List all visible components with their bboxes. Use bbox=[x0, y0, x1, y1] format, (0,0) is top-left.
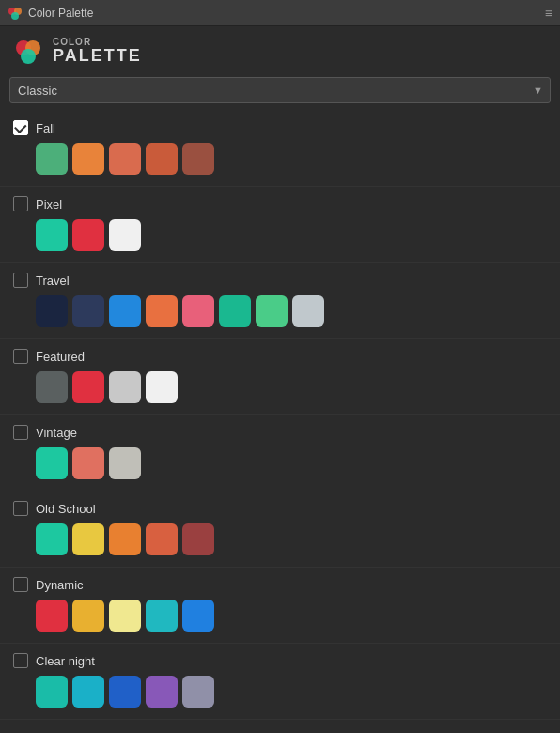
swatch-2-6[interactable] bbox=[256, 295, 288, 327]
palette-checkbox-7[interactable] bbox=[13, 653, 28, 668]
palette-item: Travel bbox=[0, 263, 560, 339]
dropdown-wrapper[interactable]: ClassicModernPastelDark ▼ bbox=[9, 77, 551, 103]
swatch-0-4[interactable] bbox=[182, 143, 214, 175]
palette-item: Vintage bbox=[0, 415, 560, 491]
palette-item-header: Featured bbox=[13, 349, 547, 364]
swatch-1-1[interactable] bbox=[72, 219, 104, 251]
palette-item-header: Dynamic bbox=[13, 577, 547, 592]
swatch-7-2[interactable] bbox=[109, 676, 141, 708]
swatch-1-0[interactable] bbox=[36, 219, 68, 251]
palette-type-select[interactable]: ClassicModernPastelDark bbox=[9, 77, 551, 103]
palette-checkbox-6[interactable] bbox=[13, 577, 28, 592]
swatch-6-3[interactable] bbox=[146, 600, 178, 632]
swatch-6-2[interactable] bbox=[109, 600, 141, 632]
swatch-3-0[interactable] bbox=[36, 371, 68, 403]
palette-item-header: Travel bbox=[13, 273, 547, 288]
app-title-block: COLOR PALETTE bbox=[53, 38, 142, 64]
palette-name-5: Old School bbox=[36, 502, 96, 516]
palette-name-6: Dynamic bbox=[36, 578, 84, 592]
swatch-0-3[interactable] bbox=[146, 143, 178, 175]
app-logo bbox=[13, 36, 43, 66]
color-swatches-3 bbox=[13, 371, 547, 403]
palette-name-4: Vintage bbox=[36, 426, 77, 440]
color-swatches-2 bbox=[13, 295, 547, 327]
palette-name-7: Clear night bbox=[36, 654, 95, 668]
dropdown-row: ClassicModernPastelDark ▼ bbox=[0, 73, 560, 111]
swatch-5-4[interactable] bbox=[182, 523, 214, 555]
color-swatches-4 bbox=[13, 447, 547, 479]
svg-point-2 bbox=[11, 12, 19, 20]
swatch-0-0[interactable] bbox=[36, 143, 68, 175]
palette-checkbox-4[interactable] bbox=[13, 425, 28, 440]
palette-name-3: Featured bbox=[36, 350, 85, 364]
swatch-3-3[interactable] bbox=[146, 371, 178, 403]
swatch-6-0[interactable] bbox=[36, 600, 68, 632]
title-bar-controls[interactable]: ≡ bbox=[545, 6, 552, 21]
swatch-6-4[interactable] bbox=[182, 600, 214, 632]
palette-name-1: Pixel bbox=[36, 197, 62, 211]
swatch-4-1[interactable] bbox=[72, 447, 104, 479]
swatch-2-1[interactable] bbox=[72, 295, 104, 327]
swatch-5-1[interactable] bbox=[72, 523, 104, 555]
color-swatches-0 bbox=[13, 143, 547, 175]
palette-checkbox-5[interactable] bbox=[13, 501, 28, 516]
swatch-0-1[interactable] bbox=[72, 143, 104, 175]
palette-item: Dynamic bbox=[0, 568, 560, 644]
palette-item: Fall bbox=[0, 111, 560, 187]
title-bar: Color Palette ≡ bbox=[0, 0, 560, 26]
swatch-1-2[interactable] bbox=[109, 219, 141, 251]
swatch-2-7[interactable] bbox=[292, 295, 324, 327]
swatch-2-2[interactable] bbox=[109, 295, 141, 327]
color-swatches-7 bbox=[13, 676, 547, 708]
app-title-palette: PALETTE bbox=[53, 47, 142, 64]
menu-icon[interactable]: ≡ bbox=[545, 6, 552, 21]
title-bar-label: Color Palette bbox=[28, 7, 93, 20]
swatch-7-1[interactable] bbox=[72, 676, 104, 708]
palette-checkbox-0[interactable] bbox=[13, 120, 28, 135]
palette-item-header: Vintage bbox=[13, 425, 547, 440]
swatch-5-3[interactable] bbox=[146, 523, 178, 555]
swatch-2-4[interactable] bbox=[182, 295, 214, 327]
swatch-5-0[interactable] bbox=[36, 523, 68, 555]
palette-checkbox-3[interactable] bbox=[13, 349, 28, 364]
palette-item: Featured bbox=[0, 339, 560, 415]
color-swatches-5 bbox=[13, 523, 547, 555]
palette-name-2: Travel bbox=[36, 273, 70, 288]
swatch-6-1[interactable] bbox=[72, 600, 104, 632]
swatch-7-4[interactable] bbox=[182, 676, 214, 708]
swatch-0-2[interactable] bbox=[109, 143, 141, 175]
swatch-3-2[interactable] bbox=[109, 371, 141, 403]
palette-list-scroll[interactable]: FallPixelTravelFeaturedVintageOld School… bbox=[0, 111, 560, 725]
swatch-5-2[interactable] bbox=[109, 523, 141, 555]
swatch-7-0[interactable] bbox=[36, 676, 68, 708]
palette-item-header: Fall bbox=[13, 120, 547, 135]
palette-item: Pixel bbox=[0, 187, 560, 263]
svg-point-5 bbox=[21, 49, 36, 64]
palette-list: FallPixelTravelFeaturedVintageOld School… bbox=[0, 111, 560, 720]
app-header: COLOR PALETTE bbox=[0, 26, 560, 73]
color-swatches-1 bbox=[13, 219, 547, 251]
swatch-3-1[interactable] bbox=[72, 371, 104, 403]
swatch-7-3[interactable] bbox=[146, 676, 178, 708]
swatch-2-0[interactable] bbox=[36, 295, 68, 327]
palette-item-header: Clear night bbox=[13, 653, 547, 668]
palette-item-header: Old School bbox=[13, 501, 547, 516]
swatch-2-5[interactable] bbox=[219, 295, 251, 327]
app-icon bbox=[8, 6, 23, 21]
palette-item: Clear night bbox=[0, 644, 560, 720]
palette-item-header: Pixel bbox=[13, 196, 547, 211]
swatch-2-3[interactable] bbox=[146, 295, 178, 327]
palette-checkbox-1[interactable] bbox=[13, 196, 28, 211]
palette-name-0: Fall bbox=[36, 121, 55, 135]
palette-checkbox-2[interactable] bbox=[13, 273, 28, 288]
swatch-4-0[interactable] bbox=[36, 447, 68, 479]
palette-item: Old School bbox=[0, 491, 560, 568]
swatch-4-2[interactable] bbox=[109, 447, 141, 479]
color-swatches-6 bbox=[13, 600, 547, 632]
